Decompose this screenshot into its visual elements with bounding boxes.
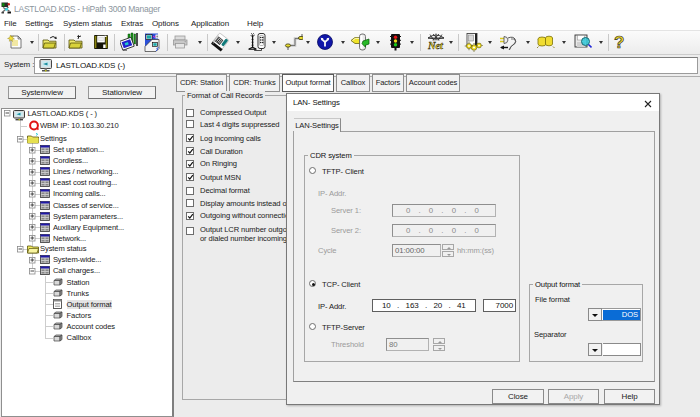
svg-text:?: ?	[614, 33, 624, 52]
svg-text:Net: Net	[427, 40, 444, 51]
